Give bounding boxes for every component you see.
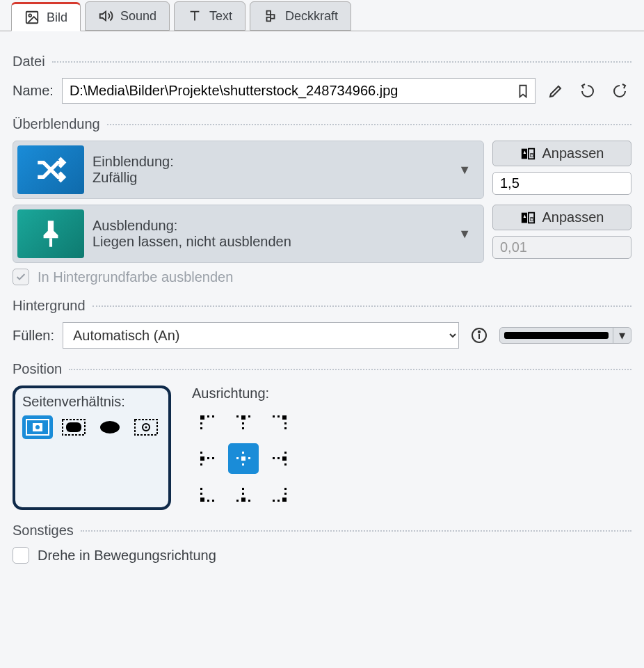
- fade-in-duration[interactable]: s ▲▼: [492, 172, 631, 195]
- tab-label: Bild: [47, 10, 67, 25]
- file-path-input[interactable]: [63, 79, 511, 103]
- info-button[interactable]: [467, 324, 491, 347]
- aspect-stretch[interactable]: [95, 415, 125, 439]
- align-tc[interactable]: [228, 407, 259, 438]
- divider: [92, 305, 631, 307]
- fill-row: Füllen: Automatisch (An) ▾: [13, 322, 631, 349]
- svg-point-17: [100, 421, 120, 434]
- aspect-original-icon: [134, 419, 158, 436]
- aspect-buttons: [22, 415, 161, 439]
- svg-rect-57: [242, 488, 244, 490]
- name-label: Name:: [13, 83, 54, 99]
- section-title: Sonstiges: [13, 523, 74, 539]
- browse-button[interactable]: [511, 79, 535, 103]
- svg-rect-54: [207, 500, 209, 502]
- fade-out-duration: s ▲▼: [492, 236, 631, 259]
- sound-icon: [98, 8, 113, 24]
- ab-icon: B: [520, 210, 536, 225]
- svg-rect-23: [212, 415, 214, 418]
- rotate-ccw-button[interactable]: [576, 79, 599, 103]
- tab-sound[interactable]: Sound: [85, 1, 170, 31]
- divider: [81, 530, 631, 532]
- align-tl[interactable]: [192, 407, 223, 438]
- tab-text[interactable]: Text: [174, 1, 245, 31]
- svg-rect-58: [242, 493, 244, 495]
- rotate-checkbox[interactable]: [13, 547, 29, 564]
- svg-rect-46: [282, 456, 287, 461]
- svg-rect-24: [200, 422, 202, 424]
- section-ueberblendung: Überblendung: [13, 116, 631, 132]
- bg-fade-checkbox: [13, 269, 29, 285]
- color-swatch: [504, 332, 609, 339]
- rotate-ccw-icon: [579, 83, 596, 100]
- chevron-down-icon[interactable]: ▾: [613, 328, 631, 343]
- edit-button[interactable]: [544, 79, 567, 103]
- opacity-icon: [263, 8, 278, 24]
- tab-deckkraft[interactable]: Deckkraft: [250, 1, 351, 31]
- tab-bar: Bild Sound Text Deckkraft: [0, 0, 644, 31]
- customize-out-button[interactable]: B Anpassen: [492, 205, 631, 230]
- aspect-ratio-group: Seitenverhältnis:: [13, 385, 171, 510]
- svg-rect-40: [212, 457, 214, 459]
- fade-in-row: Einblendung: Zufällig ▼ B Anpassen s ▲▼: [13, 141, 631, 199]
- image-icon: [24, 10, 40, 25]
- svg-rect-25: [200, 427, 202, 429]
- svg-rect-44: [242, 452, 244, 454]
- align-bc[interactable]: [228, 479, 259, 510]
- fill-select[interactable]: Automatisch (An): [63, 322, 459, 349]
- bg-color-button[interactable]: ▾: [499, 327, 631, 344]
- fade-in-duration-input[interactable]: [497, 174, 644, 193]
- align-tr[interactable]: [264, 407, 295, 438]
- section-title: Überblendung: [13, 116, 100, 132]
- aspect-label: Seitenverhältnis:: [22, 394, 161, 410]
- svg-rect-29: [242, 422, 244, 424]
- svg-rect-60: [248, 500, 250, 502]
- fill-label: Füllen:: [13, 328, 54, 344]
- svg-rect-50: [277, 457, 280, 459]
- svg-rect-26: [241, 415, 245, 420]
- align-tc-icon: [235, 414, 252, 431]
- fade-in-label: Einblendung:: [92, 154, 442, 170]
- rotate-cw-icon: [611, 83, 628, 100]
- fade-out-select[interactable]: Ausblendung: Liegen lassen, nicht ausble…: [13, 205, 484, 263]
- svg-rect-36: [200, 456, 204, 461]
- rotate-label: Drehe in Bewegungsrichtung: [38, 548, 216, 564]
- divider: [107, 124, 631, 125]
- svg-rect-22: [207, 415, 209, 418]
- aspect-fill[interactable]: [58, 415, 89, 439]
- align-br[interactable]: [264, 479, 295, 510]
- align-bl[interactable]: [192, 479, 223, 510]
- svg-rect-39: [207, 457, 209, 459]
- customize-in-button[interactable]: B Anpassen: [492, 141, 631, 166]
- file-row: Name:: [13, 78, 631, 104]
- svg-rect-52: [200, 488, 202, 490]
- svg-rect-41: [241, 456, 245, 461]
- aspect-fit[interactable]: [22, 415, 53, 439]
- svg-rect-34: [284, 422, 287, 424]
- customize-label: Anpassen: [542, 145, 604, 161]
- alignment-group: Ausrichtung:: [192, 385, 295, 510]
- aspect-original[interactable]: [131, 415, 161, 439]
- divider: [52, 61, 631, 63]
- svg-rect-62: [284, 488, 287, 490]
- svg-rect-0: [26, 12, 38, 24]
- align-ml[interactable]: [192, 443, 223, 474]
- bg-fade-row: In Hintergrundfarbe ausblenden: [13, 269, 631, 285]
- svg-rect-59: [236, 500, 239, 502]
- fade-in-select[interactable]: Einblendung: Zufällig ▼: [13, 141, 484, 199]
- align-mc[interactable]: [228, 443, 259, 474]
- svg-rect-31: [282, 415, 287, 420]
- pin-icon: [33, 216, 68, 251]
- svg-point-20: [145, 427, 147, 429]
- tab-bild[interactable]: Bild: [11, 2, 81, 31]
- svg-rect-61: [282, 498, 287, 502]
- rotate-cw-button[interactable]: [608, 79, 631, 103]
- svg-rect-65: [277, 500, 280, 502]
- align-mr[interactable]: [264, 443, 295, 474]
- position-body: Seitenverhältnis: Ausrichtung:: [13, 385, 631, 510]
- panel-body: Datei Name: Überblendung: [0, 31, 644, 578]
- svg-point-14: [35, 425, 40, 429]
- chevron-down-icon: ▼: [450, 227, 479, 241]
- svg-rect-37: [200, 452, 202, 454]
- align-tl-icon: [199, 414, 216, 431]
